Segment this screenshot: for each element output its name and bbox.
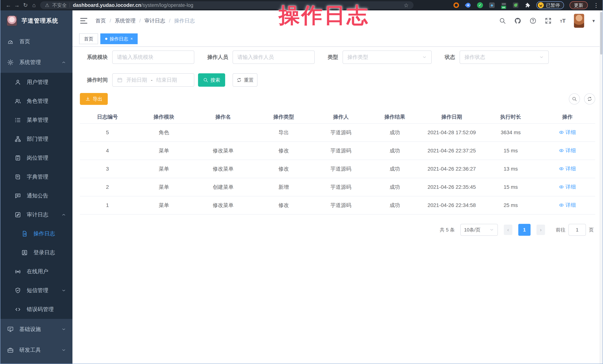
sidebar-item-audit-log[interactable]: 审计日志 — [0, 205, 72, 224]
table-tools — [569, 93, 595, 104]
eye-icon — [559, 184, 564, 189]
refresh-icon — [236, 77, 242, 83]
eye-icon — [559, 166, 564, 171]
avatar-caret-down-icon[interactable]: ▾ — [592, 18, 595, 24]
chevron-down-icon — [539, 55, 544, 60]
sidebar-item-online-users[interactable]: 在线用户 — [0, 262, 72, 281]
browser-forward-icon[interactable]: → — [13, 0, 21, 11]
page-tabs: 首页 操作日志 × — [72, 31, 603, 47]
system-management-submenu: 用户管理 角色管理 菜单管理 部门管理 岗位管理 字典管理 通知公告 审计日志 — [0, 73, 72, 319]
sidebar-item-infrastructure[interactable]: 基础设施 — [0, 319, 72, 340]
end-date-placeholder: 结束日期 — [156, 77, 177, 84]
extension-pin-icon[interactable] — [465, 2, 471, 8]
search-icon — [572, 96, 577, 101]
toggle-search-button[interactable] — [569, 93, 580, 104]
sidebar-item-user-management[interactable]: 用户管理 — [0, 73, 72, 92]
browser-home-icon[interactable]: ⌂ — [30, 0, 38, 11]
sidebar-item-menu-management[interactable]: 菜单管理 — [0, 111, 72, 130]
browser-reload-icon[interactable]: ↻ — [21, 0, 30, 11]
url-host: dashboard.yudao.iocoder.cn — [73, 2, 141, 8]
goto-page-input[interactable] — [568, 224, 586, 236]
fullscreen-icon[interactable] — [545, 17, 552, 24]
detail-link[interactable]: 详细 — [559, 202, 576, 209]
prev-page-button[interactable]: ‹ — [504, 225, 512, 235]
browser-back-icon[interactable]: ← — [4, 0, 13, 11]
sidebar-item-error-code-management[interactable]: 错误码管理 — [0, 300, 72, 319]
sidebar-toggle-icon[interactable] — [80, 18, 87, 23]
user-avatar[interactable] — [574, 14, 584, 28]
col-name: 操作名 — [193, 110, 254, 123]
sidebar-item-dictionary-management[interactable]: 字典管理 — [0, 167, 72, 186]
sidebar-item-login-log[interactable]: 登录日志 — [0, 243, 72, 262]
sidebar-item-role-management[interactable]: 角色管理 — [0, 92, 72, 111]
sms-shield-icon — [14, 287, 21, 294]
operator-label: 操作人员 — [207, 54, 228, 61]
next-page-button[interactable]: › — [536, 225, 545, 235]
tab-operate-log[interactable]: 操作日志 × — [100, 33, 138, 44]
breadcrumb-audit-log[interactable]: 审计日志 — [145, 17, 165, 24]
browser-profile-chip[interactable]: 已暂停 — [536, 1, 564, 9]
online-users-icon — [14, 268, 21, 275]
date-range-picker[interactable]: 开始日期 - 结束日期 — [112, 73, 194, 87]
calendar-icon — [117, 77, 123, 83]
sidebar-item-dev-tools[interactable]: 研发工具 — [0, 340, 72, 361]
menu-list-icon — [14, 117, 21, 123]
tab-close-icon[interactable]: × — [130, 36, 133, 41]
operate-log-icon — [21, 230, 28, 237]
filter-row-1: 系统模块 操作人员 类型 操作类型 状态 操作状态 — [80, 51, 595, 64]
search-button[interactable]: 搜索 — [198, 73, 225, 87]
operator-input[interactable] — [237, 54, 310, 60]
module-input[interactable] — [117, 54, 189, 60]
breadcrumb-home[interactable]: 首页 — [95, 17, 106, 24]
sidebar-item-system-management[interactable]: 系统管理 — [0, 52, 72, 73]
extension-orange-ring-icon[interactable] — [453, 2, 459, 8]
reset-button[interactable]: 重置 — [232, 73, 257, 87]
sidebar-item-department-management[interactable]: 部门管理 — [0, 130, 72, 148]
browser-menu-icon[interactable]: ⋮ — [593, 2, 599, 9]
extensions-puzzle-icon[interactable] — [524, 2, 531, 8]
table-header-row: 日志编号 操作模块 操作名 操作类型 操作人 操作结果 操作日期 执行时长 操作 — [80, 110, 595, 123]
infrastructure-icon — [7, 326, 14, 333]
search-icon[interactable] — [499, 17, 506, 24]
browser-update-button[interactable]: 更新 — [569, 1, 588, 9]
col-action: 操作 — [539, 110, 595, 123]
page-size-select[interactable]: 10条/页 — [460, 224, 498, 236]
col-result: 操作结果 — [368, 110, 421, 123]
announcement-icon — [14, 192, 21, 199]
dictionary-icon — [14, 174, 21, 180]
gear-icon — [7, 59, 14, 66]
page-1-button[interactable]: 1 — [518, 224, 531, 236]
sidebar-item-sms-management[interactable]: 短信管理 — [0, 281, 72, 300]
app-logo-row[interactable]: 芋道管理系统 — [0, 11, 72, 31]
active-tab-dot — [105, 38, 107, 40]
export-button[interactable]: 导出 — [80, 93, 108, 105]
bookmark-star-icon[interactable]: ☆ — [404, 2, 409, 9]
filter-row-2: 操作时间 开始日期 - 结束日期 搜索 重置 — [80, 73, 595, 87]
detail-link[interactable]: 详细 — [559, 147, 576, 154]
extension-leaf-icon[interactable] — [512, 2, 519, 8]
github-icon[interactable] — [514, 17, 521, 24]
url-path: /system/log/operate-log — [141, 2, 193, 8]
col-log-id: 日志编号 — [80, 110, 135, 123]
sidebar-item-home[interactable]: 首页 — [0, 31, 72, 52]
help-icon[interactable] — [529, 17, 536, 24]
sidebar-item-operate-log[interactable]: 操作日志 — [0, 224, 72, 243]
detail-link[interactable]: 详细 — [559, 129, 576, 136]
font-size-icon[interactable]: TT — [560, 18, 566, 24]
extension-green-circle-icon[interactable]: ✓ — [477, 2, 483, 8]
status-select[interactable]: 操作状态 — [460, 51, 549, 64]
sidebar-item-announcement[interactable]: 通知公告 — [0, 186, 72, 205]
error-code-icon — [14, 306, 21, 313]
extension-tampermonkey-icon[interactable]: on — [501, 2, 507, 8]
detail-link[interactable]: 详细 — [559, 183, 576, 190]
page-scrollbar[interactable] — [600, 11, 603, 364]
detail-link[interactable]: 详细 — [559, 165, 576, 172]
tab-home[interactable]: 首页 — [79, 33, 98, 44]
scrollbar-thumb[interactable] — [600, 12, 602, 55]
breadcrumb-system[interactable]: 系统管理 — [115, 17, 136, 24]
refresh-table-button[interactable] — [584, 93, 595, 104]
type-select[interactable]: 操作类型 — [343, 51, 432, 64]
sidebar-item-post-management[interactable]: 岗位管理 — [0, 148, 72, 167]
chevron-up-icon — [61, 60, 66, 65]
extension-gem-icon[interactable]: ◆ — [489, 2, 495, 8]
